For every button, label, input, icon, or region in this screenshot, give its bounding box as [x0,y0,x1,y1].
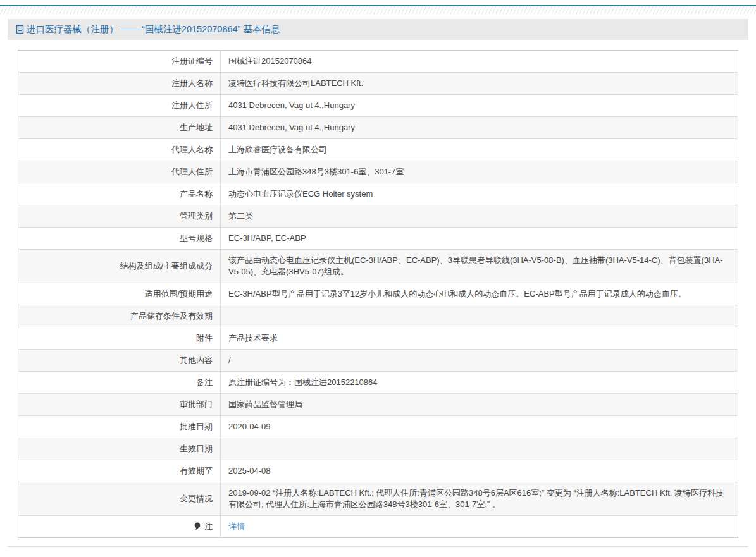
row-value-text: 国家药品监督管理局 [228,400,302,409]
row-label: 备注 [18,372,221,394]
row-value-text: EC-3H/ABP, EC-ABP [228,233,306,243]
row-value [221,438,738,460]
table-row: 生效日期 [18,438,738,460]
row-value: 第二类 [221,205,738,228]
table-row: 产品储存条件及有效期 [18,305,738,327]
row-value: 2019-09-02 “注册人名称:LABTECH Kft.; 代理人住所:青浦… [221,482,738,516]
table-row: 结构及组成/主要组成成分 该产品由动态心电血压记录仪主机(EC-3H/ABP、E… [18,250,738,283]
info-table-wrap: 注册证编号 国械注进20152070864 注册人名称 凌特医疗科技有限公司LA… [18,50,738,538]
document-icon [16,25,24,34]
row-value-text: 4031 Debrecen, Vag ut 4.,Hungary [228,123,355,132]
row-label-text: 型号规格 [180,233,213,243]
table-row: 附件 产品技术要求 [18,327,738,350]
row-label-text: 产品名称 [180,189,213,199]
table-row: 审批部门 国家药品监督管理局 [18,394,738,416]
info-table: 注册证编号 国械注进20152070864 注册人名称 凌特医疗科技有限公司LA… [18,50,738,538]
table-row: 管理类别 第二类 [18,205,738,228]
table-row: 生产地址 4031 Debrecen, Vag ut 4.,Hungary [18,117,738,139]
row-label: 注 [18,516,221,538]
detail-link[interactable]: 详情 [228,522,245,531]
row-label: 代理人住所 [18,161,221,183]
row-label-text: 有效期至 [180,466,213,475]
table-row: 产品名称 动态心电血压记录仪ECG Holter system [18,183,738,205]
row-value-text: 上海欣睿医疗设备有限公司 [228,145,327,154]
row-value-text: 第二类 [228,211,253,221]
table-row: 代理人住所 上海市青浦区公园路348号3楼301-6室、301-7室 [18,161,738,183]
row-value: 国家药品监督管理局 [221,394,738,416]
row-label-text: 变更情况 [180,494,213,503]
row-value: 原注册证编号为：国械注进20152210864 [221,372,738,394]
row-value-text: 原注册证编号为：国械注进20152210864 [228,377,378,387]
table-row: 适用范围/预期用途 EC-3H/ABP型号产品用于记录3至12岁小儿和成人的动态… [18,283,738,305]
table-row: 代理人名称 上海欣睿医疗设备有限公司 [18,139,738,161]
row-label-text: 适用范围/预期用途 [144,289,213,298]
row-label-text: 注册证编号 [171,56,213,66]
table-row: 注册人住所 4031 Debrecen, Vag ut 4.,Hungary [18,95,738,117]
row-value: 产品技术要求 [221,327,738,350]
row-label: 生效日期 [18,438,221,460]
row-value-text: 4031 Debrecen, Vag ut 4.,Hungary [228,101,355,110]
row-label-text: 生产地址 [180,123,213,132]
row-value: 国械注进20152070864 [221,51,738,73]
row-label: 有效期至 [18,460,221,482]
row-label: 变更情况 [18,482,221,516]
row-value-text: 2025-04-08 [228,466,271,475]
row-label: 代理人名称 [18,139,221,161]
row-label-text: 注册人住所 [171,101,213,110]
table-row: 型号规格 EC-3H/ABP, EC-ABP [18,228,738,250]
row-label: 注册证编号 [18,51,221,73]
row-value [221,305,738,327]
row-label: 结构及组成/主要组成成分 [18,250,221,283]
row-label-text: 管理类别 [180,211,213,221]
table-row: 备注 原注册证编号为：国械注进20152210864 [18,372,738,394]
table-row: 批准日期 2020-04-09 [18,416,738,438]
row-label-text: 审批部门 [180,400,213,409]
row-value: 凌特医疗科技有限公司LABTECH Kft. [221,73,738,95]
row-label: 注册人名称 [18,73,221,95]
row-label-text: 批准日期 [180,422,213,431]
row-label-text: 产品储存条件及有效期 [130,311,213,321]
row-value-text: 2020-04-09 [228,422,271,431]
row-value: 4031 Debrecen, Vag ut 4.,Hungary [221,95,738,117]
table-row: 变更情况 2019-09-02 “注册人名称:LABTECH Kft.; 代理人… [18,482,738,516]
page-title: 进口医疗器械（注册） —— “国械注进20152070864” 基本信息 [27,23,280,35]
row-label: 管理类别 [18,205,221,228]
row-label-text: 注 [204,522,213,531]
row-label: 适用范围/预期用途 [18,283,221,305]
row-label: 附件 [18,327,221,350]
row-value-text: 动态心电血压记录仪ECG Holter system [228,189,373,199]
table-row: 有效期至 2025-04-08 [18,460,738,482]
row-value: 详情 [221,516,738,538]
row-value: 该产品由动态心电血压记录仪主机(EC-3H/ABP、EC-ABP)、3导联患者导… [221,250,738,283]
info-table-body: 注册证编号 国械注进20152070864 注册人名称 凌特医疗科技有限公司LA… [18,51,738,538]
row-value-text: 该产品由动态心电血压记录仪主机(EC-3H/ABP、EC-ABP)、3导联患者导… [228,255,723,276]
table-row: 注册证编号 国械注进20152070864 [18,51,738,73]
row-label: 产品名称 [18,183,221,205]
row-value-text: 上海市青浦区公园路348号3楼301-6室、301-7室 [228,167,404,176]
row-value: 上海欣睿医疗设备有限公司 [221,139,738,161]
row-value-text: 产品技术要求 [228,333,278,343]
row-label-text: 注册人名称 [171,78,213,88]
page-title-bar: 进口医疗器械（注册） —— “国械注进20152070864” 基本信息 [8,19,748,40]
row-value-text: 国械注进20152070864 [228,56,312,66]
row-value: EC-3H/ABP, EC-ABP [221,228,738,250]
row-value-text: 凌特医疗科技有限公司LABTECH Kft. [228,78,363,88]
row-value: / [221,350,738,372]
row-value: 2020-04-09 [221,416,738,438]
row-label-text: 结构及组成/主要组成成分 [120,261,213,271]
table-row: 其他内容 / [18,350,738,372]
row-label: 型号规格 [18,228,221,250]
row-label: 审批部门 [18,394,221,416]
row-label-text: 代理人名称 [171,145,213,154]
row-label-text: 代理人住所 [171,167,213,176]
row-value: 动态心电血压记录仪ECG Holter system [221,183,738,205]
row-value: 2025-04-08 [221,460,738,482]
note-balloon-icon [194,522,201,530]
row-value: 4031 Debrecen, Vag ut 4.,Hungary [221,117,738,139]
bottom-divider [8,546,748,547]
row-label: 产品储存条件及有效期 [18,305,221,327]
row-label-text: 备注 [196,377,213,387]
top-margin [0,0,756,5]
row-label: 批准日期 [18,416,221,438]
table-row: 注册人名称 凌特医疗科技有限公司LABTECH Kft. [18,73,738,95]
